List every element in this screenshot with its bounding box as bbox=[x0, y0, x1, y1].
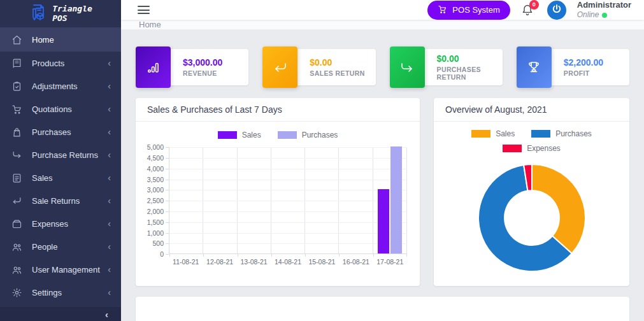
bar-chart-icon bbox=[136, 46, 171, 88]
people-icon bbox=[11, 241, 22, 252]
main-area: POS System 0 Administrator Online bbox=[121, 0, 644, 321]
adjustments-icon bbox=[11, 81, 22, 92]
sidebar-collapse-button[interactable]: ‹ bbox=[0, 307, 121, 321]
user-avatar[interactable] bbox=[547, 1, 566, 20]
profit-label: PROFIT bbox=[564, 69, 629, 77]
notifications-button[interactable]: 0 bbox=[521, 4, 534, 17]
sidebar-item-quotations[interactable]: Quotations‹ bbox=[0, 97, 121, 120]
chevron-left-icon: ‹ bbox=[105, 309, 108, 320]
overview-chart-card: Overview of August, 2021 SalesPurchasesE… bbox=[434, 98, 629, 286]
chevron-left-icon: ‹ bbox=[108, 219, 111, 228]
user-status: Online bbox=[577, 10, 599, 20]
sidebar-item-label: Purchase Returns bbox=[32, 150, 108, 160]
bar-sales-17-08-21 bbox=[378, 189, 389, 253]
sidebar-item-label: Adjustments bbox=[32, 82, 108, 91]
power-icon bbox=[551, 3, 562, 17]
products-icon bbox=[11, 58, 22, 69]
sidebar-menu: HomeProducts‹Adjustments‹Quotations‹Purc… bbox=[0, 27, 121, 307]
trophy-icon bbox=[517, 46, 552, 88]
sidebar-item-purchase-returns[interactable]: Purchase Returns‹ bbox=[0, 143, 121, 166]
legend-item-sales[interactable]: Sales bbox=[471, 129, 515, 138]
triangle-pos-logo-icon bbox=[29, 3, 48, 25]
sales-purchases-chart-card: Sales & Purchases of Last 7 Days SalesPu… bbox=[136, 98, 420, 286]
sidebar-item-people[interactable]: People‹ bbox=[0, 235, 121, 258]
sidebar-item-label: People bbox=[32, 242, 108, 252]
sidebar: Triangle POS HomeProducts‹Adjustments‹Qu… bbox=[0, 0, 121, 321]
legend-item-purchases[interactable]: Purchases bbox=[531, 129, 592, 138]
profit-value: $2,200.00 bbox=[564, 57, 629, 68]
stat-card-sales-return: $0.00 SALES RETURN bbox=[262, 46, 375, 88]
return-arrow-icon bbox=[262, 46, 297, 88]
online-status-dot bbox=[602, 13, 607, 18]
bar-chart-plot-area bbox=[169, 147, 407, 254]
bar-chart: SalesPurchases5,0004,5004,0003,5003,0002… bbox=[136, 122, 420, 266]
legend-item-sales[interactable]: Sales bbox=[218, 131, 261, 139]
sidebar-item-adjustments[interactable]: Adjustments‹ bbox=[0, 75, 121, 97]
purchases-return-value: $0.00 bbox=[437, 54, 503, 64]
sidebar-item-label: Quotations bbox=[32, 104, 108, 114]
quotations-icon bbox=[11, 104, 22, 115]
forward-arrow-icon bbox=[390, 46, 425, 88]
sidebar-item-expenses[interactable]: Expenses‹ bbox=[0, 212, 121, 235]
expenses-icon bbox=[11, 218, 22, 229]
hamburger-menu-icon[interactable] bbox=[136, 1, 151, 19]
chevron-left-icon: ‹ bbox=[108, 288, 111, 297]
user-name: Administrator bbox=[577, 0, 631, 10]
revenue-value: $3,000.00 bbox=[183, 57, 248, 68]
bar-chart-title: Sales & Purchases of Last 7 Days bbox=[136, 98, 420, 122]
settings-icon bbox=[11, 287, 22, 298]
sidebar-item-label: Settings bbox=[32, 288, 108, 297]
brand-name: Triangle POS bbox=[52, 4, 92, 23]
chevron-left-icon: ‹ bbox=[108, 150, 111, 159]
notification-badge: 0 bbox=[529, 0, 539, 10]
sales-icon bbox=[11, 173, 22, 183]
sale-returns-icon bbox=[11, 196, 22, 206]
chevron-left-icon: ‹ bbox=[108, 59, 111, 68]
breadcrumb-home: Home bbox=[139, 20, 161, 29]
donut-chart-title: Overview of August, 2021 bbox=[434, 98, 629, 122]
bar-chart-x-axis: 11-08-2112-08-2113-08-2114-08-2115-08-21… bbox=[169, 258, 407, 266]
legend-item-purchases[interactable]: Purchases bbox=[278, 131, 338, 139]
bar-chart-legend: SalesPurchases bbox=[143, 131, 412, 139]
app-window: Triangle POS HomeProducts‹Adjustments‹Qu… bbox=[0, 0, 644, 321]
sidebar-item-settings[interactable]: Settings‹ bbox=[0, 281, 121, 304]
cart-icon bbox=[438, 4, 447, 16]
chevron-left-icon: ‹ bbox=[108, 265, 111, 274]
sidebar-item-user-management[interactable]: User Management‹ bbox=[0, 258, 121, 281]
user-info[interactable]: Administrator Online bbox=[577, 0, 631, 20]
sidebar-item-home[interactable]: Home bbox=[0, 27, 121, 52]
sidebar-item-purchases[interactable]: Purchases‹ bbox=[0, 120, 121, 143]
chevron-left-icon: ‹ bbox=[108, 82, 111, 90]
sidebar-item-label: Expenses bbox=[32, 219, 108, 229]
stat-card-revenue: $3,000.00 REVENUE bbox=[136, 46, 248, 88]
user-management-icon bbox=[11, 264, 22, 275]
donut-chart-legend: SalesPurchasesExpenses bbox=[434, 129, 629, 155]
chevron-left-icon: ‹ bbox=[108, 173, 111, 182]
sidebar-item-sales[interactable]: Sales‹ bbox=[0, 166, 121, 189]
brand-logo[interactable]: Triangle POS bbox=[0, 0, 121, 27]
donut-chart: SalesPurchasesExpenses bbox=[434, 122, 629, 275]
charts-row: Sales & Purchases of Last 7 Days SalesPu… bbox=[136, 98, 629, 286]
revenue-label: REVENUE bbox=[183, 69, 248, 77]
pos-system-button[interactable]: POS System bbox=[427, 1, 510, 20]
sidebar-item-sale-returns[interactable]: Sale Returns‹ bbox=[0, 189, 121, 212]
sidebar-item-label: User Management bbox=[32, 265, 108, 275]
stats-row: $3,000.00 REVENUE $0.00 SALES RETURN bbox=[136, 46, 629, 88]
legend-item-expenses[interactable]: Expenses bbox=[503, 144, 561, 153]
sales-return-label: SALES RETURN bbox=[310, 69, 375, 77]
bar-purchases-17-08-21 bbox=[390, 146, 402, 253]
purchase-returns-icon bbox=[11, 150, 22, 160]
sidebar-item-products[interactable]: Products‹ bbox=[0, 52, 121, 75]
sales-return-value: $0.00 bbox=[310, 57, 375, 68]
purchases-return-label: PURCHASES RETURN bbox=[437, 66, 503, 81]
chevron-left-icon: ‹ bbox=[108, 127, 111, 136]
sidebar-item-label: Products bbox=[32, 59, 108, 68]
purchases-icon bbox=[11, 127, 22, 138]
breadcrumb: Home bbox=[121, 20, 644, 30]
sidebar-item-label: Sale Returns bbox=[32, 196, 108, 206]
next-section-card bbox=[136, 297, 629, 321]
bar-chart-y-axis: 5,0004,5004,0003,5003,0002,5002,0001,500… bbox=[143, 147, 169, 254]
sidebar-item-label: Purchases bbox=[32, 127, 108, 137]
dashboard-content: $3,000.00 REVENUE $0.00 SALES RETURN bbox=[121, 30, 644, 321]
sidebar-item-label: Home bbox=[32, 35, 111, 45]
